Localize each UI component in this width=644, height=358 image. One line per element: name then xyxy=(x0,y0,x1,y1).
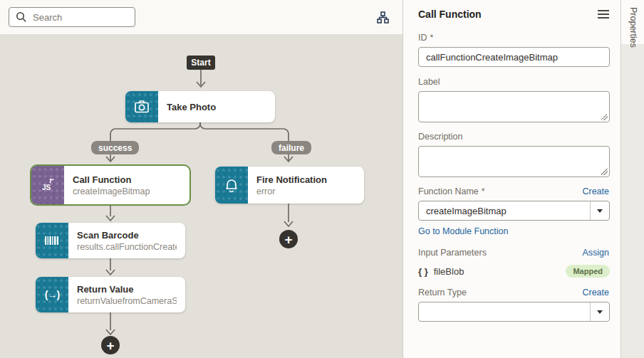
svg-text:JS: JS xyxy=(42,184,51,191)
camera-icon xyxy=(125,91,158,122)
assign-link[interactable]: Assign xyxy=(582,248,609,258)
flow-canvas[interactable]: Start Take Photo success failure JS xyxy=(0,34,402,358)
chevron-down-icon xyxy=(597,310,603,314)
start-badge: Start xyxy=(187,56,215,70)
canvas-toolbar: Search xyxy=(0,0,402,34)
node-call-function[interactable]: JS Call Function createImageBitmap xyxy=(31,166,189,204)
node-fire-notification[interactable]: Fire Notification error xyxy=(215,167,364,204)
resize-grip-icon[interactable] xyxy=(601,169,608,175)
search-placeholder: Search xyxy=(33,12,62,23)
node-subtitle: results.callFunctionCreateI xyxy=(77,242,177,252)
add-action-button[interactable]: + xyxy=(279,230,298,248)
go-to-module-function-link[interactable]: Go to Module Function xyxy=(418,226,609,236)
node-title: Scan Barcode xyxy=(77,230,177,241)
return-value-icon: (→) xyxy=(36,277,68,312)
bell-icon xyxy=(215,167,248,204)
mapped-badge: Mapped xyxy=(566,265,610,278)
search-icon xyxy=(16,11,27,23)
node-subtitle: createImageBitmap xyxy=(73,186,181,196)
chevron-down-icon xyxy=(597,209,603,213)
edge-label-failure: failure xyxy=(271,141,311,154)
resize-grip-icon[interactable] xyxy=(601,114,608,120)
description-field[interactable] xyxy=(418,146,610,177)
create-function-link[interactable]: Create xyxy=(582,186,609,196)
input-parameters-label: Input Parameters xyxy=(418,248,487,258)
parameter-name: fileBlob xyxy=(434,266,566,277)
hierarchy-icon xyxy=(376,11,390,24)
return-type-combobox[interactable] xyxy=(418,302,610,322)
add-action-button[interactable]: + xyxy=(101,336,120,354)
description-label: Description xyxy=(418,132,609,142)
node-title: Return Value xyxy=(77,284,177,295)
properties-panel: Call Function ID* Label Description Func… xyxy=(402,0,620,358)
search-input[interactable]: Search xyxy=(9,7,135,27)
object-type-icon: { } xyxy=(418,266,428,277)
panel-title: Call Function xyxy=(418,9,482,20)
id-field[interactable] xyxy=(418,47,610,67)
required-marker: * xyxy=(482,186,485,196)
dropdown-button[interactable] xyxy=(590,302,609,321)
label-label: Label xyxy=(418,77,609,87)
node-scan-barcode[interactable]: Scan Barcode results.callFunctionCreateI xyxy=(36,223,185,258)
panel-menu-icon[interactable] xyxy=(598,10,609,19)
return-type-label: Return Type xyxy=(418,288,467,298)
side-tab-strip: Properties xyxy=(620,0,644,358)
node-subtitle: returnValuefromCameraSc xyxy=(77,296,177,306)
label-field[interactable] xyxy=(418,91,610,122)
id-label: ID* xyxy=(418,33,609,43)
edge-label-success: success xyxy=(91,141,139,154)
parameter-row[interactable]: { } fileBlob Mapped xyxy=(418,265,610,278)
barcode-icon xyxy=(36,223,68,258)
node-subtitle: error xyxy=(256,186,355,196)
function-name-label: Function Name* xyxy=(418,186,485,196)
auto-layout-button[interactable] xyxy=(374,9,391,26)
dropdown-button[interactable] xyxy=(590,201,609,220)
node-title: Call Function xyxy=(73,174,181,185)
tab-properties[interactable]: Properties xyxy=(621,0,644,44)
js-function-icon: JS xyxy=(31,166,64,204)
action-chain-editor: Start Take Photo success failure JS xyxy=(0,0,644,358)
required-marker: * xyxy=(430,33,434,43)
function-name-combobox[interactable]: createImageBitmap xyxy=(418,201,610,221)
node-return-value[interactable]: (→) Return Value returnValuefromCameraSc xyxy=(36,277,185,312)
node-title: Fire Notification xyxy=(256,174,355,185)
create-return-type-link[interactable]: Create xyxy=(582,288,609,298)
node-take-photo[interactable]: Take Photo xyxy=(125,91,275,122)
node-title: Take Photo xyxy=(167,102,266,112)
